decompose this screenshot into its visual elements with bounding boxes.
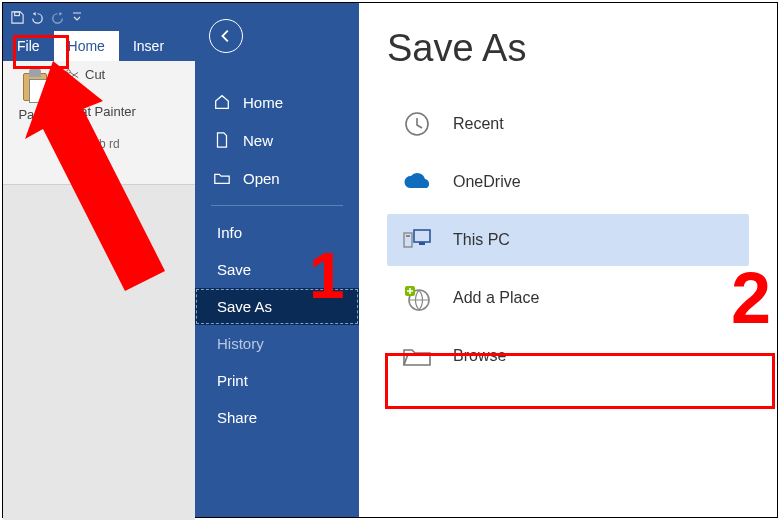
save-locations: Recent OneDrive This PC	[387, 98, 749, 382]
cut-label: Cut	[85, 67, 105, 82]
document-area	[3, 185, 195, 520]
nav-save[interactable]: Save	[195, 251, 359, 288]
chevron-down-icon	[31, 122, 39, 127]
svg-rect-5	[419, 242, 425, 245]
format-painter-button[interactable]: rmat Painter	[65, 104, 136, 119]
backstage-nav: Home New Open Info Save Save	[195, 3, 359, 517]
svg-rect-0	[14, 11, 19, 15]
nav-print-label: Print	[217, 372, 248, 389]
location-recent[interactable]: Recent	[387, 98, 749, 150]
location-add-place[interactable]: Add a Place	[387, 272, 749, 324]
nav-save-as-label: Save As	[217, 298, 272, 315]
qat-dropdown-icon[interactable]	[67, 7, 87, 27]
add-place-icon	[401, 282, 433, 314]
save-icon[interactable]	[7, 7, 27, 27]
page-title: Save As	[387, 27, 749, 70]
ribbon: Paste Cut rmat Painter Clipb rd	[3, 61, 195, 185]
paste-label: Paste	[18, 107, 51, 122]
scissors-icon	[65, 68, 79, 82]
location-add-place-label: Add a Place	[453, 289, 539, 307]
document-icon	[213, 131, 231, 149]
back-button[interactable]	[209, 19, 243, 53]
backstage-content: Save As Recent OneDrive	[359, 3, 777, 517]
nav-print[interactable]: Print	[195, 362, 359, 399]
nav-info-label: Info	[217, 224, 242, 241]
location-recent-label: Recent	[453, 115, 504, 133]
location-onedrive-label: OneDrive	[453, 173, 521, 191]
ribbon-group-label: Clipb rd	[11, 137, 187, 151]
cloud-icon	[401, 166, 433, 198]
svg-rect-7	[406, 235, 410, 237]
svg-point-2	[67, 69, 71, 73]
this-pc-icon	[401, 224, 433, 256]
tab-file[interactable]: File	[3, 31, 54, 61]
format-painter-label: rmat Painter	[65, 104, 136, 119]
clock-icon	[401, 108, 433, 140]
nav-home-label: Home	[243, 94, 283, 111]
folder-icon	[401, 340, 433, 372]
nav-save-as[interactable]: Save As	[195, 288, 359, 325]
home-icon	[213, 93, 231, 111]
nav-home[interactable]: Home	[195, 83, 359, 121]
nav-history[interactable]: History	[195, 325, 359, 362]
nav-new-label: New	[243, 132, 273, 149]
location-this-pc[interactable]: This PC	[387, 214, 749, 266]
undo-icon[interactable]	[27, 7, 47, 27]
location-browse[interactable]: Browse	[387, 330, 749, 382]
nav-open-label: Open	[243, 170, 280, 187]
tab-insert[interactable]: Inser	[119, 31, 178, 61]
location-browse-label: Browse	[453, 347, 506, 365]
paste-button[interactable]: Paste	[11, 67, 59, 127]
nav-info[interactable]: Info	[195, 214, 359, 251]
nav-share-label: Share	[217, 409, 257, 426]
backstage: Home New Open Info Save Save	[195, 3, 777, 517]
redo-icon[interactable]	[47, 7, 67, 27]
svg-point-1	[67, 76, 71, 80]
location-this-pc-label: This PC	[453, 231, 510, 249]
cut-button[interactable]: Cut	[65, 67, 136, 82]
tab-home[interactable]: Home	[54, 31, 119, 61]
nav-save-label: Save	[217, 261, 251, 278]
folder-open-icon	[213, 169, 231, 187]
nav-open[interactable]: Open	[195, 159, 359, 197]
svg-rect-4	[414, 230, 430, 242]
nav-history-label: History	[217, 335, 264, 352]
nav-share[interactable]: Share	[195, 399, 359, 436]
nav-new[interactable]: New	[195, 121, 359, 159]
clipboard-icon	[19, 67, 51, 103]
location-onedrive[interactable]: OneDrive	[387, 156, 749, 208]
